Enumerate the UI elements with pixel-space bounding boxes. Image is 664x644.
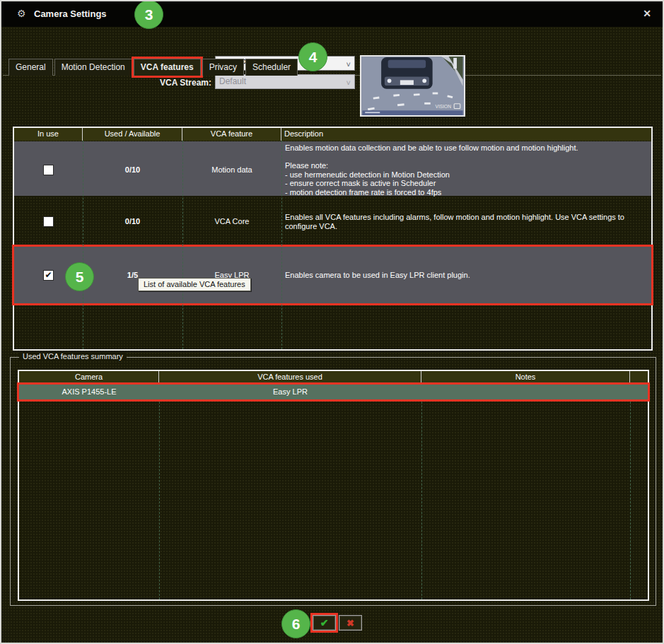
cell-vca-feature: Motion data: [182, 141, 281, 198]
ok-button[interactable]: ✔: [313, 615, 336, 631]
check-icon: ✔: [320, 617, 329, 628]
cell-description: Enables motion data collection and be ab…: [281, 141, 651, 198]
tab-scheduler[interactable]: Scheduler: [245, 59, 298, 76]
column-header-notes: Notes: [421, 371, 630, 384]
cell-used-available: 0/10: [83, 196, 182, 247]
dialog-content: General Motion Detection VCA features Pr…: [1, 27, 663, 643]
chevron-down-icon: ˅: [346, 58, 351, 71]
cell-in-use: [14, 196, 83, 247]
camera-settings-dialog: ⚙ Camera Settings ✕ General Motion Detec…: [0, 0, 664, 644]
cell-camera: AXIS P1455-LE: [19, 385, 159, 399]
vca-core-checkbox[interactable]: [43, 216, 54, 227]
gear-icon: ⚙: [17, 8, 26, 19]
column-divider: [630, 384, 631, 599]
table-row-easy-lpr[interactable]: ✔ 1/5 Easy LPR Enables camera to be used…: [14, 247, 651, 303]
vca-table-header: In use Used / Available VCA feature Desc…: [14, 128, 651, 141]
column-header-vca-feature: VCA feature: [182, 128, 281, 141]
column-divider: [421, 384, 422, 599]
vca-stream-label: VCA Stream:: [107, 78, 211, 88]
easy-lpr-checkbox[interactable]: ✔: [43, 270, 54, 281]
summary-table-header: Camera VCA features used Notes: [19, 371, 648, 384]
close-icon[interactable]: ✕: [643, 8, 651, 19]
column-header-description: Description: [281, 128, 651, 141]
cell-vca-feature: Easy LPR: [182, 247, 281, 303]
table-row-vca-core[interactable]: 0/10 VCA Core Enables all VCA features i…: [14, 196, 651, 247]
tab-privacy[interactable]: Privacy: [202, 59, 244, 76]
tab-motion-detection[interactable]: Motion Detection: [54, 59, 132, 76]
cell-description: Enables camera to be used in Easy LPR cl…: [281, 247, 651, 303]
tab-general[interactable]: General: [8, 59, 53, 76]
cell-vca-feature: VCA Core: [182, 196, 281, 247]
column-header-used-available: Used / Available: [83, 128, 182, 141]
table-row-motion-data[interactable]: 0/10 Motion data Enables motion data col…: [14, 141, 651, 196]
vca-features-table: In use Used / Available VCA feature Desc…: [13, 127, 653, 351]
cell-used-available: 0/10: [83, 141, 182, 198]
cancel-button[interactable]: ✖: [339, 615, 362, 631]
tab-vca-features[interactable]: VCA features: [134, 59, 201, 76]
cell-features-used: Easy LPR: [159, 385, 421, 399]
cell-spacer: [630, 385, 648, 399]
used-vca-summary-group: Used VCA features summary Camera VCA fea…: [10, 357, 656, 606]
vca-features-tooltip: List of available VCA features: [138, 278, 251, 291]
camera-preview-image: VISION: [360, 55, 465, 117]
svg-text:VISION: VISION: [435, 104, 451, 109]
tab-bar: General Motion Detection VCA features Pr…: [8, 59, 298, 76]
column-header-features-used: VCA features used: [159, 371, 421, 384]
vca-stream-dropdown-value: Default: [219, 76, 246, 86]
camera-preview-scene: VISION: [361, 57, 464, 115]
window-title: Camera Settings: [34, 8, 107, 19]
column-header-spacer: [630, 371, 648, 384]
summary-table: Camera VCA features used Notes AXIS P145…: [18, 370, 649, 601]
motion-data-checkbox[interactable]: [43, 165, 54, 175]
annotation-step-5: 5: [65, 262, 94, 291]
annotation-step-4: 4: [298, 42, 327, 71]
used-vca-summary-label: Used VCA features summary: [19, 352, 127, 361]
column-divider: [159, 384, 160, 599]
cell-used-available: 1/5: [83, 247, 182, 303]
cell-notes: [421, 385, 630, 399]
title-bar: ⚙ Camera Settings ✕: [1, 1, 663, 27]
annotation-step-3: 3: [134, 0, 163, 29]
column-header-in-use: In use: [14, 128, 83, 141]
vca-stream-dropdown: Default ˅: [215, 74, 355, 89]
cell-description: Enables all VCA features including alarm…: [281, 196, 651, 247]
summary-row-axis-p1455[interactable]: AXIS P1455-LE Easy LPR: [19, 385, 648, 399]
annotation-step-6: 6: [281, 609, 310, 638]
x-icon: ✖: [346, 618, 354, 628]
chevron-down-icon: ˅: [346, 76, 351, 89]
cell-in-use: [14, 141, 83, 198]
column-header-camera: Camera: [19, 371, 159, 384]
